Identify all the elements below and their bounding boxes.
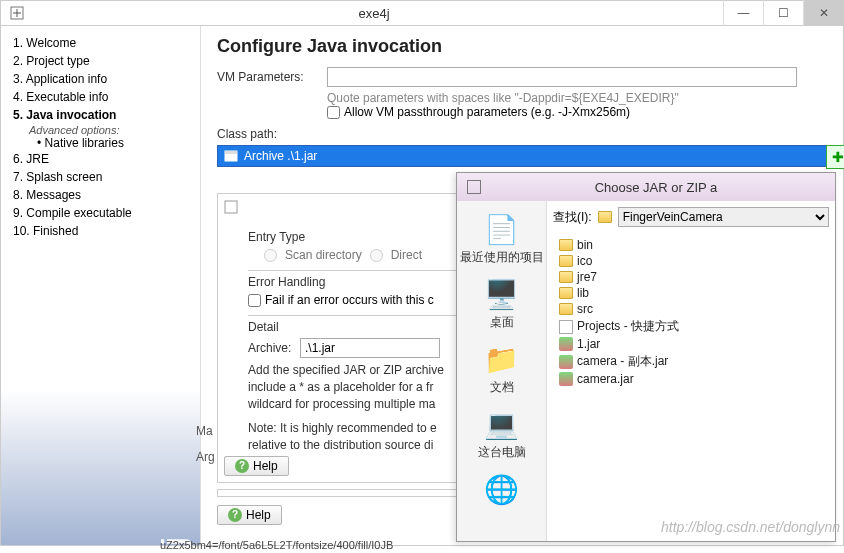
- file-item[interactable]: src: [557, 301, 825, 317]
- place-documents[interactable]: 📁 文档: [484, 341, 520, 396]
- file-item[interactable]: camera - 副本.jar: [557, 352, 825, 371]
- sidebar-step-1[interactable]: 1. Welcome: [13, 34, 188, 52]
- place-desktop-label: 桌面: [490, 314, 514, 331]
- file-item[interactable]: lib: [557, 285, 825, 301]
- folder-icon: [559, 271, 573, 283]
- inner-help-label: Help: [253, 459, 278, 473]
- fail-on-error-label: Fail if an error occurs with this c: [265, 293, 434, 307]
- file-name: src: [577, 302, 593, 316]
- vm-params-hint: Quote parameters with spaces like "-Dapp…: [327, 91, 827, 105]
- file-item[interactable]: 1.jar: [557, 336, 825, 352]
- panel-icon: [224, 200, 238, 214]
- fail-on-error-checkbox[interactable]: [248, 294, 261, 307]
- recent-icon: 📄: [484, 211, 520, 247]
- places-bar: 📄 最近使用的项目 🖥️ 桌面 📁 文档 💻 这台电脑 🌐: [457, 201, 547, 541]
- lookin-select[interactable]: FingerVeinCamera: [618, 207, 829, 227]
- file-item[interactable]: Projects - 快捷方式: [557, 317, 825, 336]
- svg-rect-2: [225, 151, 237, 154]
- file-item[interactable]: bin: [557, 237, 825, 253]
- file-item[interactable]: jre7: [557, 269, 825, 285]
- place-computer-label: 这台电脑: [478, 444, 526, 461]
- main-class-label: Ma: [196, 424, 213, 438]
- help-icon: ?: [228, 508, 242, 522]
- watermark: http://blog.csdn.net/donglynn: [661, 519, 840, 535]
- sidebar-step-2[interactable]: 2. Project type: [13, 52, 188, 70]
- vm-params-input[interactable]: [327, 67, 797, 87]
- jar-icon: [559, 372, 573, 386]
- minimize-button[interactable]: —: [723, 0, 763, 26]
- place-desktop[interactable]: 🖥️ 桌面: [484, 276, 520, 331]
- file-item[interactable]: camera.jar: [557, 371, 825, 387]
- vm-passthrough-label: Allow VM passthrough parameters (e.g. -J…: [344, 105, 630, 119]
- sidebar-step-10[interactable]: 10. Finished: [13, 222, 188, 240]
- place-network[interactable]: 🌐: [484, 471, 520, 507]
- place-recent-label: 最近使用的项目: [460, 249, 544, 266]
- wizard-sidebar: 1. Welcome 2. Project type 3. Applicatio…: [1, 26, 201, 545]
- direct-label: Direct: [391, 248, 422, 262]
- place-documents-label: 文档: [490, 379, 514, 396]
- vm-params-label: VM Parameters:: [217, 70, 327, 84]
- archive-icon: [224, 149, 238, 163]
- help-icon: ?: [235, 459, 249, 473]
- jar-icon: [559, 355, 573, 369]
- sidebar-step-9[interactable]: 9. Compile executable: [13, 204, 188, 222]
- sidebar-advanced-label: Advanced options:: [13, 124, 188, 136]
- sidebar-step-3[interactable]: 3. Application info: [13, 70, 188, 88]
- sidebar-step-6[interactable]: 6. JRE: [13, 150, 188, 168]
- file-name: Projects - 快捷方式: [577, 318, 679, 335]
- file-name: 1.jar: [577, 337, 600, 351]
- archive-label: Archive:: [248, 341, 300, 355]
- close-button[interactable]: ✕: [803, 0, 843, 26]
- file-name: lib: [577, 286, 589, 300]
- add-classpath-button[interactable]: ✚: [826, 145, 844, 169]
- archive-input[interactable]: [300, 338, 440, 358]
- sidebar-step-7[interactable]: 7. Splash screen: [13, 168, 188, 186]
- folder-icon: [598, 211, 612, 223]
- file-list: bin ico jre7 lib src Projects - 快捷方式 1.j…: [553, 233, 829, 391]
- arguments-label: Arg: [196, 450, 215, 464]
- file-name: bin: [577, 238, 593, 252]
- file-name: camera - 副本.jar: [577, 353, 668, 370]
- place-recent[interactable]: 📄 最近使用的项目: [460, 211, 544, 266]
- network-icon: 🌐: [484, 471, 520, 507]
- inner-help-button[interactable]: ? Help: [224, 456, 289, 476]
- footer-text: uZ2x5bm4=/font/5a6L5L2T/fontsize/400/fil…: [160, 539, 393, 551]
- folder-icon: [559, 303, 573, 315]
- scan-directory-radio[interactable]: [264, 249, 277, 262]
- window-title: exe4j: [25, 6, 723, 21]
- computer-icon: 💻: [484, 406, 520, 442]
- folder-icon: [559, 239, 573, 251]
- direct-radio[interactable]: [370, 249, 383, 262]
- folder-icon: [559, 255, 573, 267]
- app-icon: [9, 5, 25, 21]
- sidebar-advanced-item[interactable]: • Native libraries: [13, 136, 188, 150]
- shortcut-icon: [559, 320, 573, 334]
- sidebar-step-8[interactable]: 8. Messages: [13, 186, 188, 204]
- dialog-icon: [467, 180, 481, 194]
- file-name: jre7: [577, 270, 597, 284]
- desktop-icon: 🖥️: [484, 276, 520, 312]
- maximize-button[interactable]: ☐: [763, 0, 803, 26]
- svg-rect-3: [225, 201, 237, 213]
- classpath-entry-text: Archive .\1.jar: [244, 149, 317, 163]
- vm-passthrough-checkbox[interactable]: [327, 106, 340, 119]
- file-name: ico: [577, 254, 592, 268]
- file-item[interactable]: ico: [557, 253, 825, 269]
- jar-icon: [559, 337, 573, 351]
- classpath-entry[interactable]: Archive .\1.jar ✚: [217, 145, 827, 167]
- titlebar: exe4j — ☐ ✕: [0, 0, 844, 26]
- documents-icon: 📁: [484, 341, 520, 377]
- scan-directory-label: Scan directory: [285, 248, 362, 262]
- sidebar-step-4[interactable]: 4. Executable info: [13, 88, 188, 106]
- dialog-title: Choose JAR or ZIP a: [487, 180, 825, 195]
- file-name: camera.jar: [577, 372, 634, 386]
- outer-help-label: Help: [246, 508, 271, 522]
- place-computer[interactable]: 💻 这台电脑: [478, 406, 526, 461]
- dialog-titlebar: Choose JAR or ZIP a: [457, 173, 835, 201]
- folder-icon: [559, 287, 573, 299]
- outer-help-button[interactable]: ? Help: [217, 505, 282, 525]
- page-title: Configure Java invocation: [217, 36, 827, 57]
- classpath-label: Class path:: [217, 127, 827, 141]
- lookin-label: 查找(I):: [553, 209, 592, 226]
- sidebar-step-5[interactable]: 5. Java invocation: [13, 106, 188, 124]
